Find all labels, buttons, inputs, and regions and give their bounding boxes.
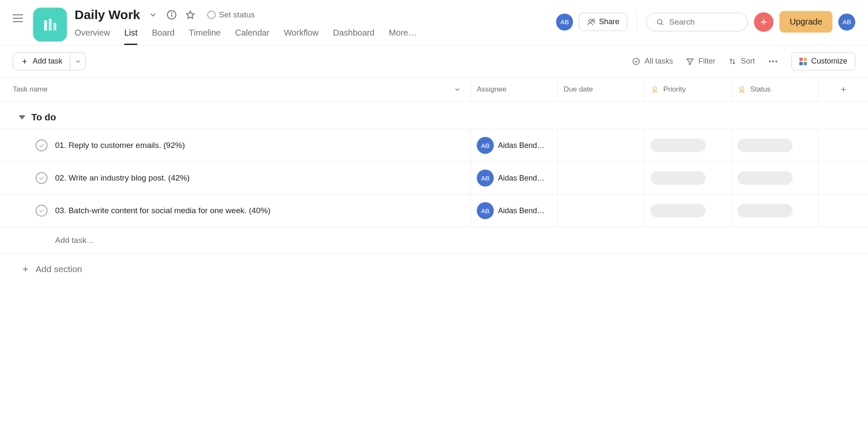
more-actions-button[interactable] (768, 56, 779, 67)
column-status[interactable]: Status (731, 78, 818, 101)
row-extra-cell (818, 162, 868, 194)
status-cell[interactable] (731, 162, 818, 194)
svg-rect-2 (53, 23, 56, 31)
add-section-button[interactable]: Add section (0, 254, 868, 284)
plus-icon (21, 265, 30, 273)
project-title: Daily Work (75, 8, 140, 22)
customize-label: Customize (811, 57, 847, 66)
assignee-cell[interactable]: AB Aidas Bend… (470, 162, 557, 194)
user-avatar[interactable]: AB (838, 14, 855, 31)
section-title[interactable]: To do (31, 112, 56, 123)
svg-rect-0 (44, 20, 47, 31)
row-extra-cell (818, 129, 868, 161)
sort-icon (728, 57, 737, 66)
filter-label: Filter (698, 57, 715, 66)
complete-toggle[interactable] (36, 205, 47, 217)
info-icon[interactable] (166, 9, 178, 21)
svg-point-15 (633, 58, 639, 64)
priority-cell[interactable] (644, 129, 731, 161)
assignee-avatar: AB (477, 170, 494, 186)
tab-board[interactable]: Board (152, 28, 174, 45)
assignee-cell[interactable]: AB Aidas Bend… (470, 195, 557, 227)
assignee-avatar: AB (477, 202, 494, 219)
tab-timeline[interactable]: Timeline (189, 28, 221, 45)
column-due-date[interactable]: Due date (557, 78, 644, 101)
column-priority[interactable]: Priority (644, 78, 731, 101)
task-name: 03. Batch-write content for social media… (55, 206, 270, 215)
menu-toggle[interactable] (13, 12, 25, 25)
svg-point-21 (740, 86, 743, 90)
assignee-name: Aidas Bend… (498, 174, 545, 183)
add-column-button[interactable] (818, 78, 868, 101)
set-status-label: Set status (219, 10, 255, 19)
svg-point-19 (775, 60, 777, 62)
search-input[interactable] (669, 17, 738, 27)
add-task-label: Add task (33, 57, 62, 66)
divider (637, 13, 637, 31)
complete-toggle[interactable] (36, 139, 47, 151)
medal-icon (651, 85, 659, 94)
star-icon[interactable] (184, 9, 196, 21)
assignee-cell[interactable]: AB Aidas Bend… (470, 129, 557, 161)
priority-pill (651, 204, 706, 217)
table-row[interactable]: 02. Write an industry blog post. (42%) A… (0, 161, 868, 194)
set-status-button[interactable]: Set status (207, 10, 255, 19)
filter-icon (686, 57, 694, 66)
table-row[interactable]: 03. Batch-write content for social media… (0, 194, 868, 227)
tab-calendar[interactable]: Calendar (235, 28, 270, 45)
due-date-cell[interactable] (557, 129, 644, 161)
tab-dashboard[interactable]: Dashboard (333, 28, 375, 45)
all-tasks-label: All tasks (645, 57, 673, 66)
svg-point-20 (653, 86, 657, 90)
project-menu-chevron[interactable] (147, 9, 159, 21)
table-row[interactable]: 01. Reply to customer emails. (92%) AB A… (0, 129, 868, 161)
column-assignee[interactable]: Assignee (470, 78, 557, 101)
tab-list[interactable]: List (124, 28, 137, 45)
add-task-inline[interactable]: Add task… (0, 227, 868, 254)
upgrade-button[interactable]: Upgrade (779, 11, 832, 33)
assignee-name: Aidas Bend… (498, 141, 545, 150)
plus-icon (840, 86, 847, 93)
dots-icon (768, 56, 779, 67)
customize-button[interactable]: Customize (791, 52, 855, 70)
status-cell[interactable] (731, 195, 818, 227)
sort-button[interactable]: Sort (728, 57, 755, 66)
assignee-avatar: AB (477, 137, 494, 154)
add-task-button[interactable]: Add task (13, 52, 86, 70)
sort-label: Sort (741, 57, 755, 66)
svg-marker-6 (186, 11, 194, 19)
section-collapse-toggle[interactable] (19, 115, 25, 120)
status-cell[interactable] (731, 129, 818, 161)
add-section-label: Add section (36, 264, 82, 274)
share-label: Share (599, 17, 619, 26)
search-field[interactable] (646, 13, 748, 31)
check-circle-icon (632, 57, 640, 66)
search-icon (656, 17, 664, 27)
tab-workflow[interactable]: Workflow (284, 28, 319, 45)
chevron-down-icon (453, 86, 461, 93)
task-name: 01. Reply to customer emails. (92%) (55, 141, 185, 150)
priority-cell[interactable] (644, 162, 731, 194)
member-avatar[interactable]: AB (556, 14, 573, 31)
assignee-name: Aidas Bend… (498, 206, 545, 215)
complete-toggle[interactable] (36, 172, 47, 184)
share-button[interactable]: Share (579, 13, 627, 31)
add-task-caret[interactable] (70, 53, 85, 70)
global-add-button[interactable] (754, 12, 773, 32)
svg-point-18 (772, 60, 774, 62)
status-circle-icon (207, 11, 216, 19)
customize-icon (799, 58, 807, 65)
tab-more[interactable]: More… (389, 28, 417, 45)
priority-cell[interactable] (644, 195, 731, 227)
filter-button[interactable]: Filter (686, 57, 715, 66)
due-date-cell[interactable] (557, 195, 644, 227)
status-pill (737, 139, 793, 152)
task-name: 02. Write an industry blog post. (42%) (55, 173, 190, 183)
medal-icon (737, 85, 746, 94)
tab-overview[interactable]: Overview (75, 28, 110, 45)
project-icon (33, 8, 67, 42)
due-date-cell[interactable] (557, 162, 644, 194)
column-task-name[interactable]: Task name (0, 78, 470, 101)
status-pill (737, 171, 793, 185)
all-tasks-filter[interactable]: All tasks (632, 57, 673, 66)
